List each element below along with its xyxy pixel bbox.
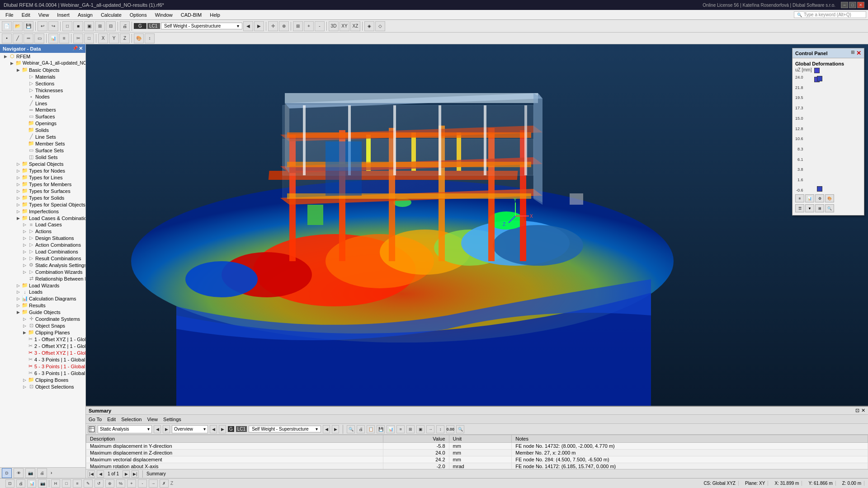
nav-close-btn[interactable]: ✕ (79, 46, 83, 52)
node-btn[interactable]: • (2, 33, 12, 43)
status-btn14[interactable]: → (149, 479, 158, 488)
nav-display-btn[interactable]: 👁 (14, 468, 24, 478)
tree-line-sets[interactable]: ╱ Line Sets (0, 133, 85, 140)
tree-loads[interactable]: ▷ ↓ Loads (0, 289, 85, 295)
tree-actions[interactable]: ▷ ▷ Actions (0, 228, 85, 235)
zoom-all-btn[interactable]: ⊞ (293, 21, 303, 31)
table-row[interactable]: Maximum displacement in Z-direction 24.0… (86, 450, 868, 456)
tree-lines[interactable]: ╱ Lines (0, 100, 85, 107)
sum-search-btn[interactable]: 🔍 (456, 425, 464, 433)
status-btn11[interactable]: % (116, 479, 125, 488)
tree-imperfections[interactable]: ▷ 📁 Imperfections (0, 208, 85, 215)
tree-project[interactable]: ▶ 📁 Webinar_GA-1_all-updated_NO-resul (0, 60, 85, 66)
box3-btn[interactable]: ▣ (84, 21, 94, 31)
last-page-btn[interactable]: ▶| (132, 470, 139, 478)
menu-assign[interactable]: Assign (74, 11, 96, 19)
summary-goto[interactable]: Go To (89, 417, 102, 422)
cp-list-btn[interactable]: ☰ (795, 204, 804, 212)
sum-tb7[interactable]: ⊞ (406, 425, 415, 433)
nav-data-btn[interactable]: D (2, 468, 12, 478)
sum-tb10[interactable]: ↕ (436, 425, 444, 433)
cp-settings-btn[interactable]: ⚙ (815, 194, 824, 202)
tree-clip6[interactable]: ✂ 6 - 3 Points | 1 - Global XYZ (0, 370, 85, 376)
analysis-nav-icon[interactable] (88, 425, 96, 433)
tree-types-solids[interactable]: ▷ 📁 Types for Solids (0, 194, 85, 201)
load-case-dropdown[interactable]: Self Weight - Superstructure ▾ (161, 23, 242, 29)
view-prev-btn[interactable]: ◀ (210, 425, 217, 433)
menu-calculate[interactable]: Calculate (97, 11, 125, 19)
summary-lc-dropdown[interactable]: Self Weight - Superstructure ▾ (249, 426, 321, 432)
disp-color-btn[interactable]: 🎨 (134, 33, 144, 43)
tree-clip4[interactable]: ✂ 4 - 3 Points | 1 - Global X (0, 356, 85, 363)
x-axis-btn[interactable]: X (98, 33, 108, 43)
redo-btn[interactable]: ↪ (48, 21, 58, 31)
menu-help[interactable]: Help (206, 11, 224, 19)
tree-obj-selections[interactable]: ▷ ⊡ Object Selections (0, 383, 85, 390)
status-btn3[interactable]: 📊 (27, 479, 36, 488)
cp-filter-btn[interactable]: ▼ (805, 204, 814, 212)
menu-window[interactable]: Window (151, 11, 176, 19)
nav-scroll-right[interactable]: › (49, 470, 54, 475)
tree-load-combos[interactable]: ▷ ▷ Load Combinations (0, 248, 85, 255)
open-btn[interactable]: 📂 (13, 21, 23, 31)
table-row[interactable]: Maximum rotation about X-axis -2.0 mrad … (86, 463, 868, 469)
status-btn2[interactable]: 🖨 (16, 479, 25, 488)
cp-chart-btn[interactable]: 📊 (805, 194, 814, 202)
tree-clip5[interactable]: ✂ 5 - 3 Points | 1 - Global XYZ (0, 363, 85, 370)
first-page-btn[interactable]: |◀ (88, 470, 95, 478)
menu-options[interactable]: Options (126, 11, 151, 19)
tree-types-special[interactable]: ▷ 📁 Types for Special Objects (0, 201, 85, 208)
tree-surfaces[interactable]: ▭ Surfaces (0, 113, 85, 120)
search-box[interactable]: 🔍 Type a keyword (Alt+Q) (794, 11, 866, 18)
summary-view[interactable]: View (147, 417, 158, 422)
status-btn6[interactable]: □ (62, 479, 71, 488)
tree-types-nodes[interactable]: ▷ 📁 Types for Nodes (0, 167, 85, 174)
tree-clip3[interactable]: ✂ 3 - Offset XYZ | 1 - Global X (0, 349, 85, 356)
tree-relationship[interactable]: ⇄ Relationship Between Load C (0, 275, 85, 282)
prev-page-btn[interactable]: ◀ (97, 470, 104, 478)
tree-types-members[interactable]: ▷ 📁 Types for Members (0, 181, 85, 188)
sum-lc-prev[interactable]: ◀ (323, 425, 330, 433)
summary-header-controls[interactable]: ⊡ ✕ (855, 408, 865, 413)
status-btn15[interactable]: ✗ (160, 479, 169, 488)
view-next-btn[interactable]: ▶ (219, 425, 226, 433)
summary-settings[interactable]: Settings (163, 417, 181, 422)
tree-special-objects[interactable]: ▷ 📁 Special Objects (0, 160, 85, 167)
menu-edit[interactable]: Edit (18, 11, 34, 19)
tree-load-cases-combos[interactable]: ▶ 📁 Load Cases & Combinations (0, 215, 85, 221)
tree-object-snaps[interactable]: ▷ ⊡ Object Snaps (0, 322, 85, 329)
zoom-out-btn[interactable]: - (315, 21, 325, 31)
tree-solid-sets[interactable]: ◫ Solid Sets (0, 154, 85, 160)
tree-calc-diagrams[interactable]: ▷ 📊 Calculation Diagrams (0, 295, 85, 302)
box1-btn[interactable]: □ (62, 21, 72, 31)
tree-solids[interactable]: 📁 Solids (0, 127, 85, 133)
status-btn5[interactable]: H (51, 479, 60, 488)
summary-close-btn[interactable]: ✕ (861, 408, 865, 413)
menu-cad-bim[interactable]: CAD-BIM (177, 11, 205, 19)
tree-result-combos[interactable]: ▷ ▷ Result Combinations (0, 255, 85, 262)
viewxy-btn[interactable]: XY (340, 21, 349, 31)
tree-design-situations[interactable]: ▷ ▷ Design Situations (0, 235, 85, 241)
tree-surface-sets[interactable]: ▭ Surface Sets (0, 147, 85, 154)
surface-btn[interactable]: ▭ (34, 33, 44, 43)
tree-results[interactable]: ▷ 📁 Results (0, 302, 85, 309)
sum-tb9[interactable]: → (426, 425, 434, 433)
analysis-next-btn[interactable]: ▶ (163, 425, 170, 433)
sum-tb6[interactable]: ≡ (396, 425, 405, 433)
sum-tb3[interactable]: 📋 (367, 425, 375, 433)
tree-load-cases[interactable]: ▷ ≡ Load Cases (0, 221, 85, 228)
tree-clip1[interactable]: ✂ 1 - Offset XYZ | 1 - Global X (0, 336, 85, 343)
tree-member-sets[interactable]: 📁 Member Sets (0, 140, 85, 147)
tree-nodes[interactable]: • Nodes (0, 94, 85, 100)
tree-coord-systems[interactable]: ▷ ✛ Coordinate Systems (0, 315, 85, 322)
status-btn7[interactable]: ≡ (73, 479, 82, 488)
next-page-btn[interactable]: ▶ (123, 470, 130, 478)
analysis-prev-btn[interactable]: ◀ (154, 425, 161, 433)
tree-load-wizards[interactable]: ▷ 📁 Load Wizards (0, 282, 85, 289)
navigator-controls[interactable]: 📌 ✕ (72, 46, 83, 52)
menu-view[interactable]: View (35, 11, 53, 19)
nav-print-btn[interactable]: 🖨 (37, 468, 47, 478)
view3d-btn[interactable]: 3D (329, 21, 339, 31)
tree-clip2[interactable]: ✂ 2 - Offset XYZ | 1 - Global X (0, 343, 85, 349)
sum-tb5[interactable]: 📊 (387, 425, 395, 433)
